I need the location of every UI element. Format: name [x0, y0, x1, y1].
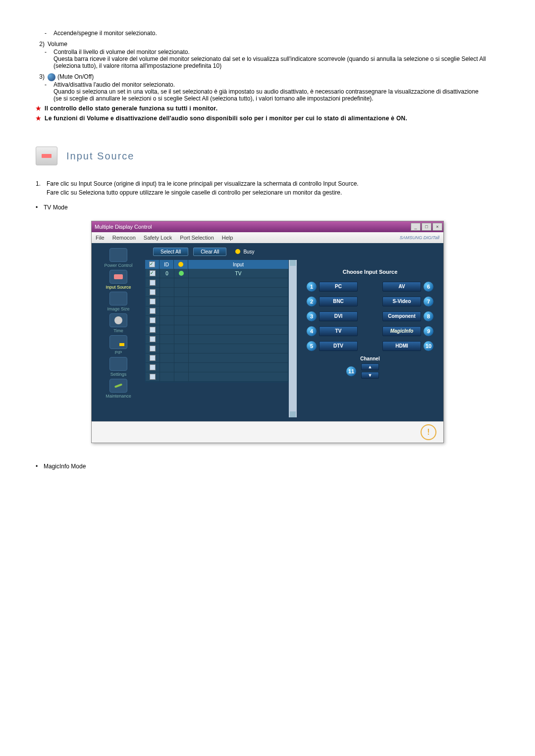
settings-icon: [109, 357, 127, 371]
source-dtv-button[interactable]: 5 DTV: [319, 341, 358, 351]
input-source-icon: [109, 270, 127, 284]
panel-title: Choose Input Source: [301, 269, 439, 275]
sidebar-item-power[interactable]: Power Control: [95, 248, 142, 268]
info-icon[interactable]: !: [421, 424, 436, 440]
star-icon: ★: [36, 105, 45, 112]
callout-8: 8: [424, 311, 433, 321]
table-row[interactable]: [146, 278, 288, 288]
bullet-icon: •: [36, 204, 44, 211]
source-tv-button[interactable]: 4 TV: [319, 326, 358, 336]
table-row[interactable]: [146, 297, 288, 306]
callout-10: 10: [424, 341, 433, 351]
item3-line1: Attiva/disattiva l'audio del monitor sel…: [54, 81, 505, 88]
section-title: Input Source: [66, 151, 134, 162]
bullet-icon: •: [36, 463, 44, 470]
power-desc: - Accende/spegne il monitor selezionato.: [30, 30, 505, 37]
sidebar-item-input-source[interactable]: Input Source: [95, 270, 142, 290]
para-num: 1.: [36, 180, 47, 187]
menu-help[interactable]: Help: [222, 235, 233, 241]
source-dvi-button[interactable]: 3 DVI: [319, 311, 358, 321]
source-svideo-button[interactable]: S-Video 7: [382, 297, 421, 306]
item3-line2: Quando si seleziona un set in una volta,…: [54, 88, 505, 95]
callout-4: 4: [307, 326, 317, 336]
item2-label: Volume: [48, 41, 67, 48]
callout-11: 11: [346, 366, 356, 376]
item2-line1: Controlla il livello di volume del monit…: [54, 49, 505, 55]
statusbar: !: [92, 421, 443, 443]
source-hdmi-button[interactable]: HDMI 10: [382, 341, 421, 351]
item3-line3: (se si sceglie di annullare le selezioni…: [54, 95, 505, 102]
sidebar-item-maintenance[interactable]: Maintenance: [95, 379, 142, 399]
close-button[interactable]: ×: [432, 223, 442, 231]
toolbar: Select All Clear All Busy: [145, 243, 443, 260]
callout-3: 3: [307, 311, 317, 321]
row-checkbox[interactable]: [150, 270, 156, 276]
table-row[interactable]: [146, 288, 288, 297]
star2-text: Le funzioni di Volume e disattivazione d…: [45, 115, 505, 122]
callout-7: 7: [424, 297, 433, 306]
pip-icon: [109, 335, 127, 349]
table-row[interactable]: [146, 372, 288, 382]
item3-number: 3): [30, 73, 48, 80]
grid-header-id: ID: [160, 260, 174, 269]
scrollbar[interactable]: [289, 260, 297, 417]
para2: Fare clic su Seleziona tutto oppure util…: [47, 189, 342, 196]
menubar: File Remocon Safety Lock Port Selection …: [92, 232, 443, 243]
maximize-button[interactable]: □: [422, 223, 431, 231]
source-av-button[interactable]: AV 6: [382, 282, 421, 292]
brand-label: SAMSUNG DIGITall: [400, 235, 439, 240]
star1-text: Il controllo dello stato generale funzio…: [45, 105, 505, 112]
mute-icon: [48, 73, 55, 81]
table-row[interactable]: [146, 325, 288, 335]
maintenance-icon: [109, 379, 127, 393]
input-source-panel: Choose Input Source 1 PC AV 6 2: [301, 260, 439, 417]
busy-indicator: Busy: [235, 249, 254, 254]
sidebar-item-time[interactable]: Time: [95, 313, 142, 333]
menu-file[interactable]: File: [96, 235, 105, 241]
time-icon: [109, 313, 127, 327]
window-title: Multiple Display Control: [95, 224, 152, 230]
monitor-grid: ID Input 0 TV: [145, 260, 289, 417]
sidebar-item-settings[interactable]: Settings: [95, 357, 142, 377]
source-bnc-button[interactable]: 2 BNC: [319, 297, 358, 306]
menu-safety-lock[interactable]: Safety Lock: [144, 235, 172, 241]
sidebar: Power Control Input Source Image Size Ti…: [92, 243, 145, 421]
table-row[interactable]: [146, 335, 288, 344]
callout-9: 9: [424, 326, 433, 336]
source-magicinfo-button[interactable]: MagicInfo 9: [382, 326, 421, 336]
table-row[interactable]: [146, 353, 288, 363]
callout-2: 2: [307, 297, 317, 306]
table-row[interactable]: [146, 344, 288, 353]
sidebar-item-image-size[interactable]: Image Size: [95, 292, 142, 311]
table-row[interactable]: [146, 306, 288, 316]
item2-number: 2): [30, 41, 48, 48]
menu-port-selection[interactable]: Port Selection: [180, 235, 214, 241]
channel-label: Channel: [301, 356, 439, 361]
clear-all-button[interactable]: Clear All: [193, 248, 226, 256]
channel-up-button[interactable]: ▲: [361, 363, 379, 370]
menu-remocon[interactable]: Remocon: [112, 235, 136, 241]
grid-header-input: Input: [188, 260, 289, 269]
source-component-button[interactable]: Component 8: [382, 311, 421, 321]
star-icon: ★: [36, 115, 45, 122]
item2-line2: Questa barra riceve il valore del volume…: [54, 55, 505, 69]
row-checkbox[interactable]: [150, 280, 156, 286]
status-dot-icon: [179, 271, 184, 276]
magicinfo-mode-label: MagicInfo Mode: [44, 463, 86, 470]
sidebar-item-pip[interactable]: PIP: [95, 335, 142, 355]
table-row[interactable]: [146, 363, 288, 372]
source-pc-button[interactable]: 1 PC: [319, 282, 358, 292]
input-source-icon: [36, 147, 57, 165]
busy-dot-icon: [235, 249, 240, 254]
grid-header-status: [174, 260, 188, 269]
para1: Fare clic su Input Source (origine di in…: [47, 180, 359, 187]
minimize-button[interactable]: _: [411, 223, 421, 231]
grid-header-check[interactable]: [145, 260, 160, 269]
channel-down-button[interactable]: ▼: [361, 372, 379, 379]
select-all-button[interactable]: Select All: [153, 248, 188, 256]
callout-1: 1: [307, 282, 317, 292]
row-id: 0: [160, 269, 174, 278]
table-row[interactable]: [146, 316, 288, 325]
callout-5: 5: [307, 341, 317, 351]
table-row[interactable]: 0 TV: [146, 269, 288, 278]
